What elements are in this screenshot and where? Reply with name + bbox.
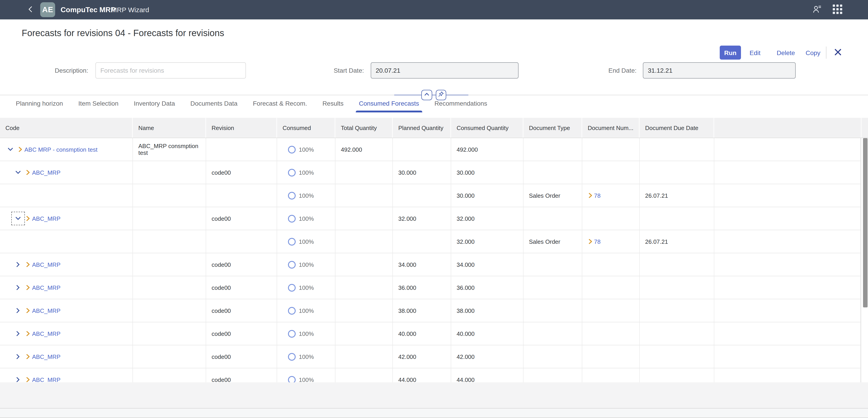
code-link[interactable]: ABC_MRP bbox=[32, 353, 61, 360]
collapse-row-icon[interactable] bbox=[6, 145, 14, 153]
column-header[interactable]: Total Quantity bbox=[336, 118, 393, 138]
cell-filler bbox=[714, 253, 861, 276]
tab-consumed-forecasts[interactable]: Consumed Forecasts bbox=[359, 94, 419, 112]
table-row[interactable]: ABC_MRPcode00100%34.00034.000 bbox=[0, 253, 868, 276]
column-header[interactable]: Name bbox=[133, 118, 206, 138]
consumed-percentage: 100% bbox=[299, 376, 314, 382]
close-button[interactable] bbox=[833, 48, 842, 57]
table-row[interactable]: ABC MRP - consmption testABC_MRP consmpt… bbox=[0, 138, 868, 161]
consumed-radio[interactable] bbox=[288, 215, 296, 222]
expand-row-icon[interactable] bbox=[14, 283, 22, 291]
consumed-radio[interactable] bbox=[288, 191, 296, 199]
table-row[interactable]: ABC_MRPcode00100%42.00042.000 bbox=[0, 345, 868, 368]
column-header[interactable]: Document Num... bbox=[582, 118, 640, 138]
table-row[interactable]: ABC_MRPcode00100%36.00036.000 bbox=[0, 276, 868, 299]
consumed-percentage: 100% bbox=[299, 215, 314, 222]
vertical-scrollbar-thumb[interactable] bbox=[863, 138, 867, 307]
document-number-link[interactable]: 78 bbox=[594, 192, 600, 199]
cell-name bbox=[133, 276, 206, 299]
code-link[interactable]: ABC_MRP bbox=[32, 261, 61, 268]
cell-total-quantity bbox=[336, 184, 393, 207]
consumed-radio[interactable] bbox=[288, 146, 296, 153]
cell-consumed: 100% bbox=[277, 184, 336, 207]
collapse-row-icon[interactable] bbox=[14, 214, 22, 222]
code-link[interactable]: ABC_MRP bbox=[32, 307, 61, 314]
back-button[interactable] bbox=[24, 4, 36, 16]
table-row[interactable]: 100%30.000Sales Order7826.07.21 bbox=[0, 184, 868, 207]
cell-filler bbox=[714, 230, 861, 253]
code-link[interactable]: ABC_MRP bbox=[32, 215, 61, 222]
consumed-forecasts-table: ABC MRP - consmption testABC_MRP consmpt… bbox=[0, 138, 868, 382]
cell-planned-quantity: 34.000 bbox=[393, 253, 451, 276]
cell-planned-quantity: 44.000 bbox=[393, 368, 451, 382]
column-header[interactable]: Consumed bbox=[277, 118, 336, 138]
chevron-up-icon bbox=[423, 91, 430, 100]
table-row[interactable]: ABC_MRPcode00100%44.00044.000 bbox=[0, 368, 868, 382]
tab-strip: Planning horizonItem SelectionInventory … bbox=[16, 94, 487, 112]
cell-document-type bbox=[524, 299, 582, 322]
table-row[interactable]: 100%32.000Sales Order7826.07.21 bbox=[0, 230, 868, 253]
table-row[interactable]: ABC_MRPcode00100%40.00040.000 bbox=[0, 322, 868, 345]
cell-document-type bbox=[524, 138, 582, 161]
consumed-radio[interactable] bbox=[288, 330, 296, 338]
consumed-radio[interactable] bbox=[288, 284, 296, 291]
consumed-radio[interactable] bbox=[288, 261, 296, 268]
delete-button[interactable]: Delete bbox=[777, 45, 795, 60]
user-account-button[interactable] bbox=[811, 4, 822, 15]
consumed-radio[interactable] bbox=[288, 169, 296, 176]
consumed-radio[interactable] bbox=[288, 307, 296, 314]
consumed-radio[interactable] bbox=[288, 238, 296, 245]
cell-planned-quantity: 36.000 bbox=[393, 276, 451, 299]
code-link[interactable]: ABC_MRP bbox=[32, 376, 61, 382]
document-number-link[interactable]: 78 bbox=[594, 238, 600, 245]
cell-revision: code00 bbox=[206, 161, 277, 184]
cell-consumed: 100% bbox=[277, 345, 336, 368]
tab-inventory-data[interactable]: Inventory Data bbox=[134, 94, 175, 112]
cell-document-due-date bbox=[640, 207, 714, 230]
collapse-header-button[interactable] bbox=[421, 90, 432, 100]
run-button[interactable]: Run bbox=[720, 45, 741, 60]
table-row[interactable]: ABC_MRPcode00100%32.00032.000 bbox=[0, 207, 868, 230]
column-header[interactable]: Planned Quantity bbox=[393, 118, 451, 138]
consumed-radio[interactable] bbox=[288, 376, 296, 382]
tab-planning-horizon[interactable]: Planning horizon bbox=[16, 94, 63, 112]
code-link[interactable]: ABC MRP - consmption test bbox=[24, 146, 97, 153]
code-link[interactable]: ABC_MRP bbox=[32, 330, 61, 337]
cell-consumed: 100% bbox=[277, 299, 336, 322]
copy-button[interactable]: Copy bbox=[806, 45, 820, 60]
pin-header-button[interactable] bbox=[436, 90, 446, 100]
expand-row-icon[interactable] bbox=[14, 260, 22, 269]
consumed-percentage: 100% bbox=[299, 284, 314, 291]
description-input[interactable] bbox=[95, 62, 246, 78]
cell-revision: code00 bbox=[206, 368, 277, 382]
vertical-scrollbar[interactable] bbox=[861, 138, 868, 382]
column-header[interactable]: Document Type bbox=[524, 118, 582, 138]
table-row[interactable]: ABC_MRPcode00100%30.00030.000 bbox=[0, 161, 868, 184]
code-link[interactable]: ABC_MRP bbox=[32, 169, 61, 176]
column-header[interactable]: Document Due Date bbox=[640, 118, 714, 138]
expand-row-icon[interactable] bbox=[14, 376, 22, 382]
column-header[interactable]: Revision bbox=[206, 118, 277, 138]
tab-results[interactable]: Results bbox=[322, 94, 343, 112]
column-header[interactable]: Code bbox=[0, 118, 133, 138]
cell-document-number bbox=[582, 322, 640, 345]
grid-icon bbox=[833, 4, 842, 15]
app-finder-button[interactable] bbox=[832, 4, 843, 15]
tab-forecast-recom-[interactable]: Forecast & Recom. bbox=[253, 94, 307, 112]
orange-chevron-icon bbox=[25, 354, 31, 359]
expand-row-icon[interactable] bbox=[14, 307, 22, 315]
expand-row-icon[interactable] bbox=[14, 329, 22, 338]
tab-item-selection[interactable]: Item Selection bbox=[79, 94, 119, 112]
expand-row-icon[interactable] bbox=[14, 353, 22, 361]
consumed-radio[interactable] bbox=[288, 353, 296, 360]
column-header[interactable]: Consumed Quantity bbox=[451, 118, 524, 138]
table-row[interactable]: ABC_MRPcode00100%38.00038.000 bbox=[0, 299, 868, 322]
cell-name bbox=[133, 299, 206, 322]
code-link[interactable]: ABC_MRP bbox=[32, 284, 61, 291]
edit-button[interactable]: Edit bbox=[749, 45, 761, 60]
cell-consumed: 100% bbox=[277, 230, 336, 253]
cell-consumed-quantity: 34.000 bbox=[451, 253, 524, 276]
tab-documents-data[interactable]: Documents Data bbox=[190, 94, 238, 112]
cell-planned-quantity bbox=[393, 230, 451, 253]
collapse-row-icon[interactable] bbox=[14, 168, 22, 176]
